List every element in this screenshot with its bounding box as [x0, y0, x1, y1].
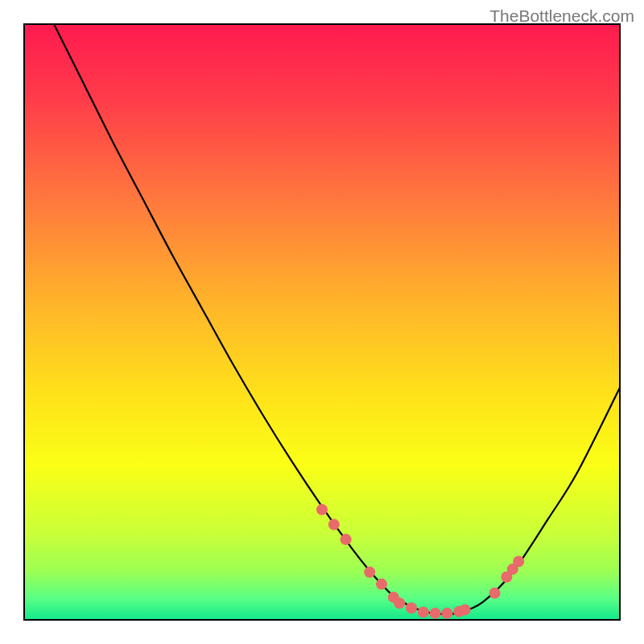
data-point: [489, 588, 501, 599]
data-point: [394, 597, 405, 609]
data-point: [364, 567, 375, 578]
data-point: [513, 555, 524, 567]
gradient-background: [24, 24, 620, 620]
data-point: [328, 519, 340, 530]
data-point: [376, 579, 387, 590]
data-point: [316, 504, 328, 515]
data-point: [430, 608, 441, 619]
data-point: [441, 608, 452, 619]
data-point: [341, 534, 352, 545]
watermark-text: TheBottleneck.com: [489, 6, 634, 26]
data-point: [418, 606, 429, 617]
data-point: [406, 602, 417, 613]
bottleneck-chart: TheBottleneck.com: [0, 0, 644, 644]
chart-svg: [0, 0, 644, 644]
data-point: [460, 604, 471, 615]
plot-area: [0, 0, 644, 644]
